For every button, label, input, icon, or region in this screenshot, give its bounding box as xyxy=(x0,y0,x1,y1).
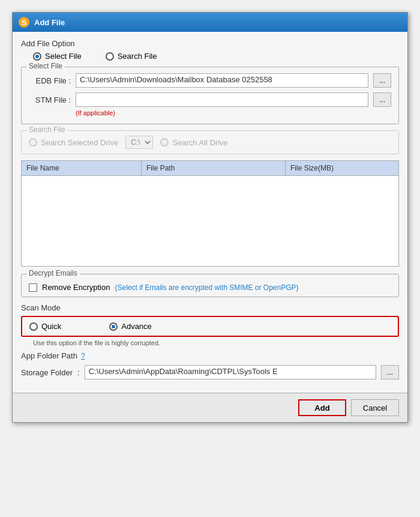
remove-encryption-label: Remove Encryption xyxy=(42,283,110,292)
scan-note: Use this option if the file is highly co… xyxy=(33,339,399,346)
edb-file-row: EDB File : C:\Users\Admin\Downloads\Mail… xyxy=(29,73,391,88)
dialog-title: Add File xyxy=(34,18,65,27)
quick-label: Quick xyxy=(41,322,61,331)
app-icon: S xyxy=(19,17,29,28)
col-file-path: File Path xyxy=(142,161,286,175)
search-selected-drive-label: Search Selected Drive xyxy=(41,138,118,147)
table-header: File Name File Path File Size(MB) xyxy=(22,161,398,176)
col-file-name: File Name xyxy=(22,161,142,175)
edb-label: EDB File : xyxy=(29,76,71,85)
add-file-option-label: Add File Option xyxy=(21,39,399,48)
select-file-label: Select File xyxy=(45,52,82,61)
app-folder-path-row: App Folder Path ? xyxy=(21,351,399,360)
advance-label: Advance xyxy=(121,322,152,331)
search-file-group: Search File Search Selected Drive C:\ Se… xyxy=(21,130,399,154)
advance-scan-radio[interactable]: Advance xyxy=(109,322,152,331)
remove-encryption-checkbox[interactable] xyxy=(29,283,37,292)
stm-label: STM File : xyxy=(29,95,71,104)
scan-radio-row: Quick Advance xyxy=(29,322,391,331)
stm-browse-button[interactable]: ... xyxy=(373,92,391,107)
stm-input[interactable] xyxy=(76,92,368,107)
decrypt-group-title: Decrypt Emails xyxy=(26,269,80,277)
dialog-content: Add File Option Select File Search File … xyxy=(13,32,407,393)
table-body xyxy=(22,176,398,266)
app-folder-help-link[interactable]: ? xyxy=(81,352,85,360)
col-file-size: File Size(MB) xyxy=(286,161,398,175)
decrypt-emails-section: Decrypt Emails Remove Encryption (Select… xyxy=(21,274,399,297)
select-file-group: Select File EDB File : C:\Users\Admin\Do… xyxy=(21,67,399,124)
edb-browse-button[interactable]: ... xyxy=(373,73,391,88)
search-all-drive-label: Search All Drive xyxy=(172,138,227,147)
storage-folder-row: Storage Folder : C:\Users\Admin\AppData\… xyxy=(21,365,399,379)
footer: Add Cancel xyxy=(13,393,407,422)
storage-colon: : xyxy=(77,368,80,377)
scan-mode-group: Quick Advance xyxy=(21,316,399,337)
search-row: Search Selected Drive C:\ Search All Dri… xyxy=(29,136,391,149)
title-bar: S Add File xyxy=(13,13,407,32)
add-button[interactable]: Add xyxy=(298,399,346,416)
search-all-drive-circle xyxy=(160,138,169,147)
scan-mode-section: Scan Mode Quick Advance Use this option … xyxy=(21,303,399,346)
drive-select[interactable]: C:\ xyxy=(125,136,153,149)
add-file-dialog: S Add File Add File Option Select File S… xyxy=(12,12,408,423)
stm-file-row: STM File : ... xyxy=(29,92,391,107)
select-file-group-title: Select File xyxy=(26,62,65,70)
search-file-radio-circle xyxy=(106,52,114,61)
file-table: File Name File Path File Size(MB) xyxy=(21,160,399,267)
search-file-radio[interactable]: Search File xyxy=(106,52,157,61)
decrypt-row: Remove Encryption (Select if Emails are … xyxy=(29,283,391,292)
search-all-drive-radio[interactable]: Search All Drive xyxy=(160,138,227,147)
app-folder-label: App Folder Path xyxy=(21,351,77,360)
search-file-group-title: Search File xyxy=(26,125,68,134)
select-file-radio[interactable]: Select File xyxy=(33,52,82,61)
storage-label: Storage Folder xyxy=(21,368,73,377)
add-file-option-row: Select File Search File xyxy=(21,52,399,61)
advance-radio-circle xyxy=(109,322,118,331)
quick-scan-radio[interactable]: Quick xyxy=(29,322,61,331)
cancel-button[interactable]: Cancel xyxy=(351,399,399,416)
search-selected-drive-radio[interactable]: Search Selected Drive xyxy=(29,138,118,147)
quick-radio-circle xyxy=(29,322,38,331)
search-file-label: Search File xyxy=(118,52,157,61)
storage-input[interactable]: C:\Users\Admin\AppData\Roaming\CDTPL\Sys… xyxy=(85,365,376,379)
storage-browse-button[interactable]: ... xyxy=(381,365,399,379)
if-applicable-text: (If applicable) xyxy=(29,109,391,116)
scan-mode-label: Scan Mode xyxy=(21,303,399,312)
decrypt-group: Decrypt Emails Remove Encryption (Select… xyxy=(21,274,399,297)
select-file-radio-circle xyxy=(33,52,41,61)
edb-input[interactable]: C:\Users\Admin\Downloads\Mailbox Databas… xyxy=(76,73,368,88)
decrypt-note: (Select if Emails are encrypted with SMI… xyxy=(115,283,298,292)
search-selected-drive-circle xyxy=(29,138,37,147)
